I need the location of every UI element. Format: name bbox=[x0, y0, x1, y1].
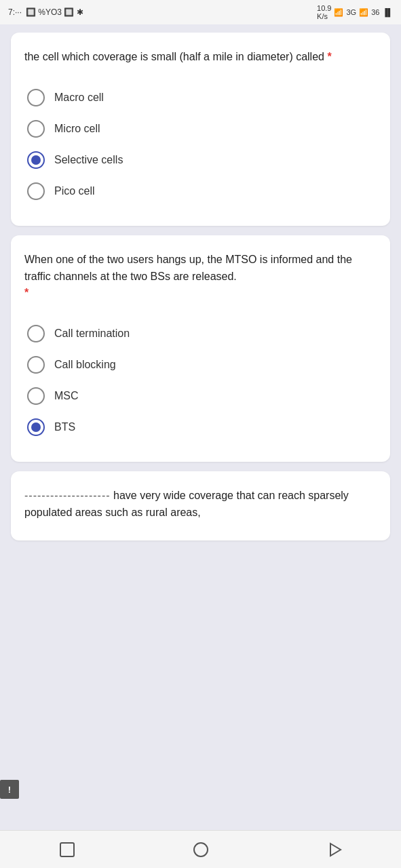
dashes: -------------------- bbox=[24, 490, 111, 501]
option-micro-cell[interactable]: Micro cell bbox=[24, 113, 377, 144]
option-label-selective-cells: Selective cells bbox=[54, 154, 123, 166]
status-time: 7:··· bbox=[8, 7, 22, 17]
radio-call-termination[interactable] bbox=[27, 325, 45, 342]
nav-triangle-button[interactable] bbox=[318, 833, 351, 866]
main-content: the cell which coverage is small (half a… bbox=[0, 24, 401, 830]
nav-square-button[interactable] bbox=[51, 833, 83, 866]
status-left: 7:··· 🔲 %YO3 🔲 ✱ bbox=[8, 7, 83, 17]
question-text-1: the cell which coverage is small (half a… bbox=[24, 49, 377, 66]
signal-36: 36 bbox=[371, 8, 379, 16]
option-selective-cells[interactable]: Selective cells bbox=[24, 144, 377, 176]
option-label-pico-cell: Pico cell bbox=[54, 185, 95, 197]
question-card-2: When one of the two users hangs up, the … bbox=[11, 235, 390, 462]
partial-text-3: -------------------- have very wide cove… bbox=[24, 488, 377, 521]
question-card-1: the cell which coverage is small (half a… bbox=[11, 33, 390, 226]
option-label-macro-cell: Macro cell bbox=[54, 92, 104, 104]
required-star-2: * bbox=[24, 287, 28, 298]
status-bar: 7:··· 🔲 %YO3 🔲 ✱ 10.9K/s 📶 3G 📶 36 ▐▌ bbox=[0, 0, 401, 24]
radio-pico-cell[interactable] bbox=[27, 182, 45, 200]
radio-selective-cells[interactable] bbox=[27, 151, 45, 169]
signal-3g: 3G bbox=[346, 8, 356, 16]
svg-rect-0 bbox=[60, 843, 74, 856]
option-call-termination[interactable]: Call termination bbox=[24, 318, 377, 349]
radio-bts[interactable] bbox=[27, 418, 45, 436]
required-star-1: * bbox=[327, 51, 331, 62]
radio-call-blocking[interactable] bbox=[27, 356, 45, 374]
wifi-icon: 📶 bbox=[334, 8, 343, 17]
status-icons: 🔲 %YO3 🔲 ✱ bbox=[26, 7, 83, 17]
option-label-call-termination: Call termination bbox=[54, 328, 130, 340]
radio-msc[interactable] bbox=[27, 387, 45, 405]
option-msc[interactable]: MSC bbox=[24, 380, 377, 412]
radio-macro-cell[interactable] bbox=[27, 89, 45, 106]
option-label-bts: BTS bbox=[54, 421, 75, 433]
nav-circle-button[interactable] bbox=[185, 833, 217, 866]
svg-point-1 bbox=[194, 843, 208, 856]
question-text-2: When one of the two users hangs up, the … bbox=[24, 252, 377, 302]
signal-full: ▐▌ bbox=[382, 8, 393, 16]
radio-inner-bts bbox=[31, 422, 41, 432]
option-macro-cell[interactable]: Macro cell bbox=[24, 82, 377, 113]
option-pico-cell[interactable]: Pico cell bbox=[24, 176, 377, 207]
bottom-nav bbox=[0, 830, 401, 868]
option-label-msc: MSC bbox=[54, 390, 79, 402]
radio-inner-selective bbox=[31, 155, 41, 165]
option-call-blocking[interactable]: Call blocking bbox=[24, 349, 377, 380]
option-label-call-blocking: Call blocking bbox=[54, 359, 116, 371]
side-notification-badge: ! bbox=[0, 780, 19, 799]
network-speed: 10.9K/s bbox=[317, 4, 331, 20]
status-right: 10.9K/s 📶 3G 📶 36 ▐▌ bbox=[317, 4, 393, 20]
signal-bars: 📶 bbox=[359, 8, 368, 17]
radio-micro-cell[interactable] bbox=[27, 120, 45, 138]
question-card-3: -------------------- have very wide cove… bbox=[11, 471, 390, 540]
option-bts[interactable]: BTS bbox=[24, 412, 377, 443]
svg-marker-2 bbox=[330, 844, 341, 856]
option-label-micro-cell: Micro cell bbox=[54, 123, 100, 135]
